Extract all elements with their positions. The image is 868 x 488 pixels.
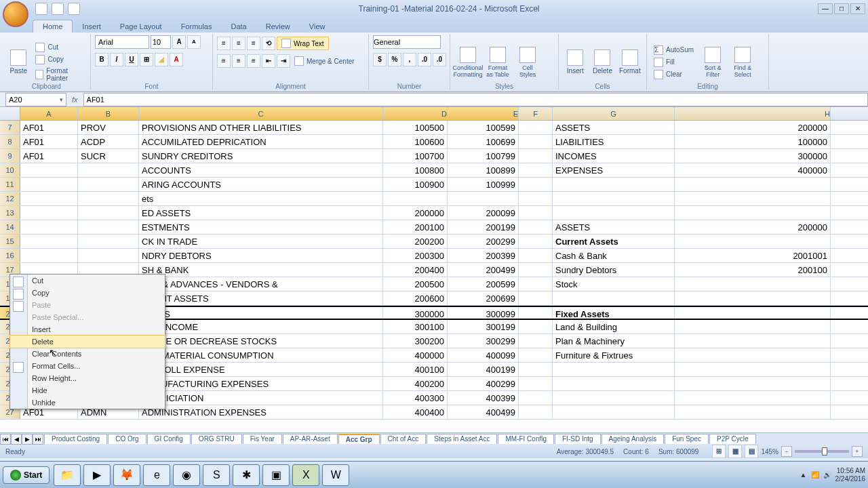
format-painter-button[interactable]: Format Painter (33, 66, 86, 83)
tab-data[interactable]: Data (221, 20, 256, 33)
cell[interactable]: LIABILITIES (553, 135, 675, 148)
cell[interactable]: 100900 (383, 178, 448, 191)
cell[interactable] (78, 249, 139, 262)
cell[interactable]: SUCR (78, 149, 139, 163)
tab-home[interactable]: Home (33, 20, 73, 33)
currency-button[interactable]: $ (373, 53, 387, 66)
cell[interactable]: 200400 (383, 263, 448, 277)
font-size-select[interactable] (151, 35, 171, 49)
cell[interactable]: ACDP (78, 135, 139, 148)
cm-paste-special[interactable]: Paste Special... (10, 311, 165, 323)
delete-cells-button[interactable]: Delete (590, 42, 614, 83)
taskbar-chrome-icon[interactable]: ◉ (173, 464, 200, 486)
cell[interactable] (519, 220, 553, 234)
col-header-d[interactable]: D (383, 107, 448, 120)
cell[interactable]: 200099 (448, 206, 519, 220)
cm-unhide[interactable]: Unhide (10, 396, 165, 409)
cell[interactable] (78, 206, 139, 220)
row-header[interactable]: 13 (0, 206, 20, 220)
cell[interactable]: 300100 (383, 320, 448, 333)
cell[interactable]: PROVISIONS AND OTHER LIABILITIES (139, 121, 383, 134)
percent-button[interactable]: % (388, 53, 401, 66)
cell[interactable] (78, 163, 139, 177)
format-as-table-button[interactable]: Format as Table (484, 42, 511, 83)
cell[interactable]: 100800 (383, 163, 448, 177)
cell[interactable] (675, 291, 831, 305)
indent-dec-button[interactable]: ⇤ (262, 54, 275, 68)
cell[interactable]: 300200 (383, 334, 448, 348)
cell[interactable]: 200200 (383, 235, 448, 248)
comma-button[interactable]: , (403, 53, 416, 66)
tray-icon[interactable]: ▲ (800, 471, 807, 479)
cell[interactable]: Current Assets (553, 235, 675, 248)
cell[interactable]: PAYROLL EXPENSE (139, 363, 383, 376)
cell[interactable] (553, 377, 675, 390)
cell[interactable]: 300299 (448, 334, 519, 348)
taskbar-firefox-icon[interactable]: 🦊 (113, 464, 140, 486)
cell[interactable]: 200399 (448, 249, 519, 262)
clear-button[interactable]: Clear (651, 69, 696, 80)
fill-color-button[interactable]: ◢ (155, 53, 168, 66)
font-select[interactable] (95, 35, 149, 49)
cell[interactable] (675, 334, 831, 348)
cell[interactable]: 300199 (448, 320, 519, 333)
close-button[interactable]: ✕ (850, 3, 865, 14)
cell[interactable]: DEPRICIATION (139, 391, 383, 405)
cell[interactable] (519, 163, 553, 177)
row-header[interactable]: 14 (0, 220, 20, 234)
sheet-nav-prev[interactable]: ◀ (11, 434, 22, 445)
cell[interactable]: ESTMENTS (139, 220, 383, 234)
cell[interactable] (553, 178, 675, 191)
cell[interactable]: HER INCOME (139, 320, 383, 333)
cell[interactable] (519, 263, 553, 277)
align-top-button[interactable]: ≡ (217, 37, 231, 50)
cell[interactable]: AF01 (20, 121, 78, 134)
cell[interactable]: 100899 (448, 163, 519, 177)
cell[interactable]: ARING ACCOUNTS (139, 178, 383, 191)
maximize-button[interactable]: □ (834, 3, 849, 14)
cell[interactable]: 200299 (448, 235, 519, 248)
cell[interactable]: 100799 (448, 149, 519, 163)
cell[interactable]: AF01 (20, 149, 78, 163)
tray-volume-icon[interactable]: 🔊 (823, 471, 831, 479)
grow-font-button[interactable]: A (172, 35, 186, 49)
cell[interactable] (78, 235, 139, 248)
cell[interactable]: Furniture & Fixtrues (553, 348, 675, 362)
cell[interactable]: RAWMATERIAL CONSUMPTION (139, 348, 383, 362)
cell[interactable]: 200100 (675, 263, 831, 277)
cell[interactable] (519, 135, 553, 148)
cell[interactable] (519, 149, 553, 163)
cell[interactable] (553, 192, 675, 205)
shrink-font-button[interactable]: A (187, 35, 201, 49)
cell[interactable]: MANUFACTURING EXPENSES (139, 377, 383, 390)
cell[interactable] (20, 163, 78, 177)
cell[interactable] (675, 320, 831, 333)
sheet-tab[interactable]: P2P Cycle (709, 434, 756, 444)
cm-hide[interactable]: Hide (10, 384, 165, 396)
cut-button[interactable]: Cut (33, 42, 86, 53)
row-header[interactable]: 12 (0, 192, 20, 205)
cell[interactable] (553, 363, 675, 376)
cell[interactable] (519, 377, 553, 390)
cell[interactable]: 300000 (383, 307, 448, 319)
cell[interactable]: 400299 (448, 377, 519, 390)
cell[interactable]: 200300 (383, 249, 448, 262)
cell[interactable]: 400000 (383, 348, 448, 362)
taskbar-media-icon[interactable]: ▶ (83, 464, 111, 486)
cell[interactable]: Stock (553, 277, 675, 291)
taskbar-explorer-icon[interactable]: 📁 (54, 464, 81, 486)
align-center-button[interactable]: ≡ (232, 54, 245, 68)
taskbar-ie-icon[interactable]: e (143, 464, 170, 486)
cell[interactable]: 200000 (675, 220, 831, 234)
row-header[interactable]: 15 (0, 235, 20, 248)
cell[interactable] (20, 192, 78, 205)
col-header-h[interactable]: H (675, 107, 831, 120)
tab-page-layout[interactable]: Page Layout (111, 20, 172, 33)
cell[interactable] (675, 348, 831, 362)
cell[interactable]: 400100 (383, 363, 448, 376)
cell[interactable]: PROV (78, 121, 139, 134)
zoom-in-button[interactable]: + (852, 446, 863, 457)
cell[interactable]: RRENT ASSETS (139, 291, 383, 305)
sheet-tab[interactable]: Fis Year (243, 434, 282, 444)
cell[interactable]: 200699 (448, 291, 519, 305)
